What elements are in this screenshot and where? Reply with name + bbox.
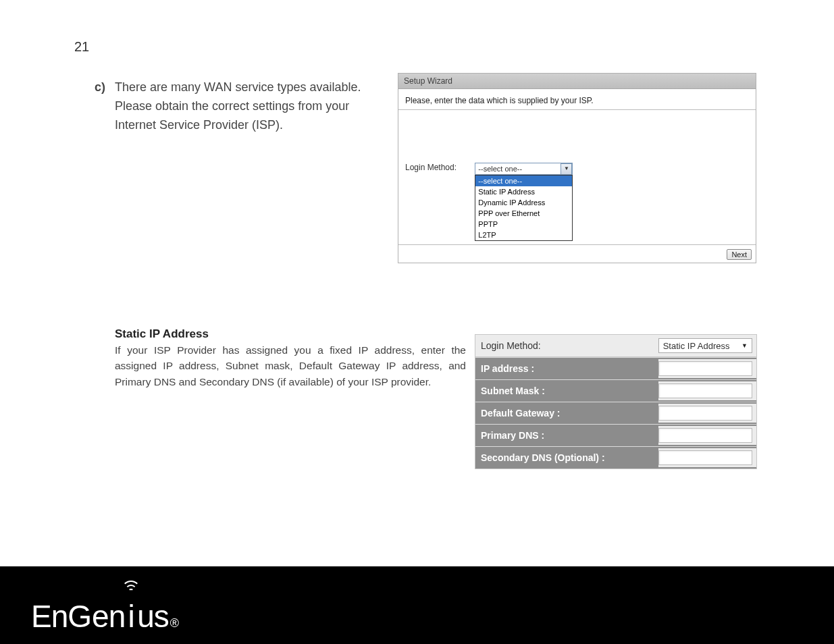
logo-text-i: i xyxy=(128,599,134,634)
registered-trademark-icon: ® xyxy=(170,616,179,630)
row-subnet-mask: Subnet Mask : xyxy=(475,379,756,402)
static-ip-login-value: Static IP Address xyxy=(663,341,730,351)
input-ip-address[interactable] xyxy=(658,361,752,376)
static-ip-login-label: Login Method: xyxy=(475,340,658,351)
login-method-selected[interactable]: --select one-- ▼ xyxy=(475,163,573,175)
logo-text-en: En xyxy=(31,598,68,635)
section-c: c) There are many WAN service types avai… xyxy=(95,78,378,135)
static-ip-form: Login Method: Static IP Address ▼ IP add… xyxy=(475,334,757,469)
static-ip-login-row: Login Method: Static IP Address ▼ xyxy=(475,335,756,357)
static-ip-description: Static IP Address If your ISP Provider h… xyxy=(115,327,466,390)
logo-text-g: G xyxy=(68,598,92,635)
page-number: 21 xyxy=(74,39,89,55)
label-subnet-mask: Subnet Mask : xyxy=(475,385,658,396)
input-primary-dns[interactable] xyxy=(658,428,752,443)
static-ip-paragraph: If your ISP Provider has assigned you a … xyxy=(115,342,466,390)
setup-wizard-instruction: Please, enter the data which is supplied… xyxy=(398,89,756,109)
logo-text-us: us xyxy=(137,598,169,635)
dropdown-arrow-icon[interactable]: ▼ xyxy=(561,163,572,175)
setup-wizard-body: Login Method: --select one-- ▼ --select … xyxy=(398,109,756,244)
label-secondary-dns: Secondary DNS (Optional) : xyxy=(475,452,658,463)
option-pppoe[interactable]: PPP over Ethernet xyxy=(475,208,572,219)
input-subnet-mask[interactable] xyxy=(658,383,752,398)
next-button[interactable]: Next xyxy=(727,249,752,260)
row-ip-address: IP address : xyxy=(475,357,756,379)
input-default-gateway[interactable] xyxy=(658,406,752,421)
option-dynamic-ip[interactable]: Dynamic IP Address xyxy=(475,197,572,208)
row-primary-dns: Primary DNS : xyxy=(475,424,756,446)
label-default-gateway: Default Gateway : xyxy=(475,408,658,419)
logo-i-with-wifi: i xyxy=(125,598,137,635)
page-footer: EnGen i us® xyxy=(0,566,834,644)
setup-wizard-footer: Next xyxy=(398,244,756,263)
login-method-label: Login Method: xyxy=(405,163,473,172)
option-pptp[interactable]: PPTP xyxy=(475,219,572,230)
wifi-icon xyxy=(121,581,141,595)
option-l2tp[interactable]: L2TP xyxy=(475,230,572,240)
list-marker-c: c) xyxy=(95,78,113,97)
input-secondary-dns[interactable] xyxy=(658,450,752,465)
static-ip-heading: Static IP Address xyxy=(115,327,466,341)
label-primary-dns: Primary DNS : xyxy=(475,430,658,441)
setup-wizard-panel: Setup Wizard Please, enter the data whic… xyxy=(398,73,756,263)
setup-wizard-title: Setup Wizard xyxy=(398,74,756,89)
chevron-down-icon: ▼ xyxy=(741,342,748,349)
section-c-text: There are many WAN service types availab… xyxy=(115,78,378,135)
logo-text-en2: en xyxy=(92,598,125,635)
login-method-selected-text: --select one-- xyxy=(478,164,522,173)
engenius-logo: EnGen i us® xyxy=(31,598,179,635)
label-ip-address: IP address : xyxy=(475,363,658,374)
row-secondary-dns: Secondary DNS (Optional) : xyxy=(475,446,756,468)
static-ip-login-select[interactable]: Static IP Address ▼ xyxy=(658,338,752,353)
login-method-options[interactable]: --select one-- Static IP Address Dynamic… xyxy=(475,175,573,241)
option-static-ip[interactable]: Static IP Address xyxy=(475,186,572,197)
row-default-gateway: Default Gateway : xyxy=(475,402,756,424)
login-method-combobox[interactable]: --select one-- ▼ --select one-- Static I… xyxy=(475,163,573,175)
option-select-one[interactable]: --select one-- xyxy=(475,176,572,186)
